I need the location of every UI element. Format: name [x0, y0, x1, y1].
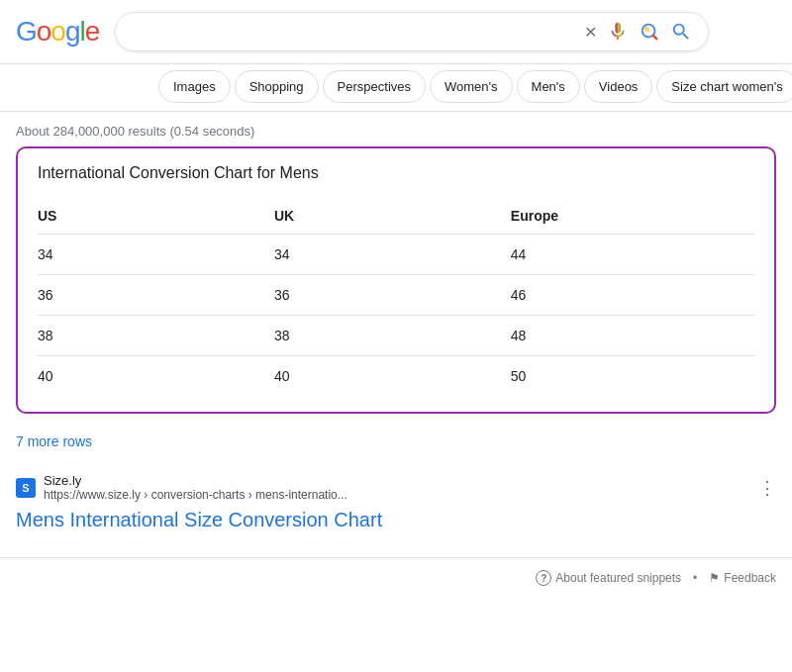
lens-icon [639, 21, 660, 43]
table-row: 40 40 50 [38, 356, 754, 397]
about-snippets-label: About featured snippets [555, 571, 681, 585]
tab-size-chart-womens[interactable]: Size chart women's [656, 70, 792, 103]
search-bar-icons [584, 21, 692, 43]
google-logo: Google [16, 16, 99, 48]
source-result: S Size.ly https://www.size.ly › conversi… [0, 465, 792, 541]
cell-us-38: 38 [38, 316, 274, 356]
svg-point-1 [644, 27, 650, 33]
tab-shopping[interactable]: Shopping [235, 70, 319, 103]
logo-g: G [16, 16, 37, 47]
tab-womens[interactable]: Women's [430, 70, 513, 103]
cell-eu-48: 48 [511, 316, 754, 356]
source-info: Size.ly https://www.size.ly › conversion… [44, 473, 347, 502]
feedback-label: Feedback [724, 571, 776, 585]
cell-uk-40: 40 [274, 356, 511, 397]
conversion-table: US UK Europe 34 34 44 36 36 46 38 38 48 [38, 198, 754, 396]
clear-button[interactable] [584, 23, 597, 42]
source-name: Size.ly [44, 473, 347, 488]
logo-o2: o [50, 16, 65, 47]
snippet-title: International Conversion Chart for Mens [38, 164, 754, 182]
cell-us-36: 36 [38, 275, 274, 316]
table-row: 38 38 48 [38, 316, 754, 356]
cell-uk-36: 36 [274, 275, 511, 316]
more-rows-link[interactable]: 7 more rows [16, 433, 92, 449]
source-favicon: S [16, 478, 36, 498]
info-icon: ? [536, 570, 551, 586]
page-footer: ? About featured snippets • ⚑ Feedback [0, 557, 792, 598]
footer-separator: • [693, 571, 697, 585]
table-header-row: US UK Europe [38, 198, 754, 235]
tab-videos[interactable]: Videos [584, 70, 653, 103]
about-snippets-item[interactable]: ? About featured snippets [536, 570, 681, 586]
mic-icon [607, 21, 629, 43]
featured-snippet: International Conversion Chart for Mens … [16, 146, 776, 414]
search-input[interactable]: uk vs us jacket sizes [132, 23, 574, 41]
tab-perspectives[interactable]: Perspectives [323, 70, 426, 103]
flag-icon: ⚑ [709, 571, 720, 585]
source-meta: S Size.ly https://www.size.ly › conversi… [16, 473, 776, 502]
result-title-link[interactable]: Mens International Size Conversion Chart [16, 509, 382, 530]
nav-tabs: Images Shopping Perspectives Women's Men… [0, 64, 792, 112]
cell-uk-34: 34 [274, 235, 511, 275]
table-row: 34 34 44 [38, 235, 754, 275]
feedback-item[interactable]: ⚑ Feedback [709, 571, 776, 585]
more-options-button[interactable]: ⋮ [758, 477, 776, 499]
cell-eu-44: 44 [511, 235, 754, 275]
col-header-us: US [38, 198, 274, 235]
tab-mens[interactable]: Men's [517, 70, 580, 103]
header: Google uk vs us jacket sizes [0, 0, 792, 64]
search-bar: uk vs us jacket sizes [115, 12, 709, 51]
close-icon [584, 23, 597, 42]
table-row: 36 36 46 [38, 275, 754, 316]
logo-g2: g [65, 16, 80, 47]
results-info: About 284,000,000 results (0.54 seconds) [0, 112, 792, 146]
source-url: https://www.size.ly › conversion-charts … [44, 488, 347, 502]
logo-o1: o [37, 16, 51, 47]
logo-e: e [85, 16, 100, 47]
cell-us-34: 34 [38, 235, 274, 275]
voice-search-button[interactable] [607, 21, 629, 43]
cell-uk-38: 38 [274, 316, 511, 356]
cell-eu-50: 50 [511, 356, 754, 397]
search-submit-button[interactable] [670, 21, 692, 43]
cell-us-40: 40 [38, 356, 274, 397]
lens-search-button[interactable] [639, 21, 660, 43]
col-header-uk: UK [274, 198, 511, 235]
search-icon [670, 21, 692, 43]
cell-eu-46: 46 [511, 275, 754, 316]
tab-images[interactable]: Images [158, 70, 231, 103]
more-rows: 7 more rows [0, 430, 792, 465]
col-header-europe: Europe [511, 198, 754, 235]
